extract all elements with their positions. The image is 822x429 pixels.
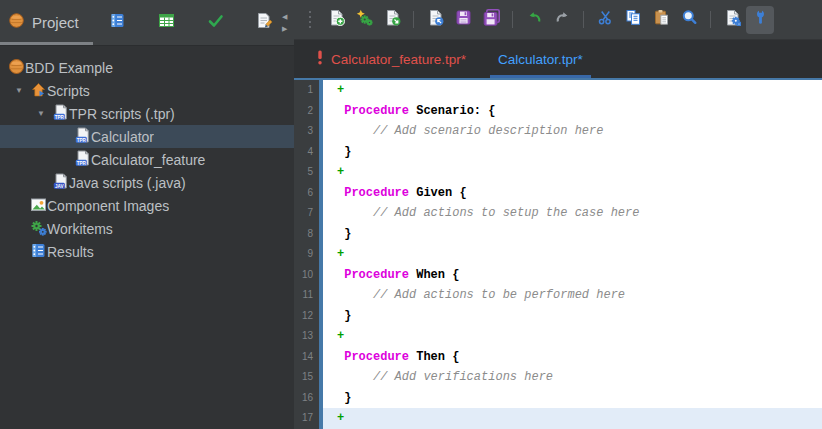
- collapse-left-icon[interactable]: ◀: [282, 13, 287, 20]
- tree-expand-arrow-icon[interactable]: ▼: [8, 79, 30, 102]
- code-segment-code: }: [337, 227, 351, 241]
- code-line[interactable]: Procedure Given {: [323, 183, 822, 204]
- tab-check-view[interactable]: [191, 0, 240, 45]
- code-line[interactable]: }: [323, 388, 822, 409]
- tree-item-label: TPR scripts (.tpr): [69, 106, 175, 122]
- cut-button[interactable]: [591, 6, 619, 34]
- code-segment-plus: +: [337, 411, 344, 425]
- line-number: 5: [294, 162, 319, 183]
- line-number: 1: [294, 80, 319, 101]
- notebook-icon: [109, 12, 126, 33]
- tree-expand-arrow-icon[interactable]: ▼: [30, 102, 52, 125]
- find-button[interactable]: [675, 6, 703, 34]
- tree-item-scripts[interactable]: ▼Scripts: [0, 79, 294, 102]
- code-segment-comment: // Add actions to be performed here: [337, 288, 625, 302]
- code-line[interactable]: +: [323, 326, 822, 347]
- line-number: 8: [294, 224, 319, 245]
- project-icon: [8, 12, 25, 33]
- tree-item-label: BDD Example: [25, 60, 113, 76]
- tree-item-label: Component Images: [47, 198, 169, 214]
- tree-item-calculator[interactable]: TPRCalculator: [0, 125, 294, 148]
- tree-item-label: Results: [47, 244, 94, 260]
- tree-item-java-scripts-java-[interactable]: JAVJava scripts (.java): [0, 171, 294, 194]
- code-line[interactable]: // Add verifications here: [323, 367, 822, 388]
- open-script-button[interactable]: [378, 6, 406, 34]
- script-editor-button[interactable]: [718, 6, 746, 34]
- tree-item-component-images[interactable]: Component Images: [0, 194, 294, 217]
- tab-table-view[interactable]: [142, 0, 191, 45]
- code-segment-keyword: Procedure: [344, 268, 409, 282]
- code-segment-keyword: Procedure: [344, 186, 409, 200]
- open-script-icon: [384, 9, 401, 30]
- redo-icon: [554, 9, 571, 30]
- collapse-right-icon[interactable]: ▶: [282, 25, 287, 32]
- line-number: 4: [294, 142, 319, 163]
- tab-project[interactable]: Project: [0, 0, 93, 45]
- undo-icon: [526, 9, 543, 30]
- copy-button[interactable]: [619, 6, 647, 34]
- code-segment-code: }: [337, 145, 351, 159]
- tree-item-label: Java scripts (.java): [69, 175, 186, 191]
- project-tree[interactable]: BDD Example▼Scripts▼TPRTPR scripts (.tpr…: [0, 46, 294, 429]
- table-icon: [158, 12, 175, 33]
- editor-tab-2[interactable]: Calculator.tpr*: [482, 40, 599, 78]
- editor-tab-bar: Calculator_feature.tpr*Calculator.tpr*: [294, 40, 822, 78]
- code-line[interactable]: // Add scenario description here: [323, 121, 822, 142]
- find-icon: [681, 9, 698, 30]
- new-script-icon: [328, 9, 345, 30]
- line-number: 12: [294, 306, 319, 327]
- tree-item-bdd-example[interactable]: BDD Example: [0, 56, 294, 79]
- code-line[interactable]: Procedure When {: [323, 265, 822, 286]
- splitter[interactable]: ◀ ▶: [282, 13, 287, 32]
- toolbar-separator: [413, 11, 414, 28]
- code-line[interactable]: }: [323, 306, 822, 327]
- tree-item-workitems[interactable]: Workitems: [0, 217, 294, 240]
- code-line[interactable]: Procedure Then {: [323, 347, 822, 368]
- code-line[interactable]: // Add actions to be performed here: [323, 285, 822, 306]
- editor-tab-1[interactable]: Calculator_feature.tpr*: [300, 40, 482, 78]
- code-line[interactable]: +: [323, 80, 822, 101]
- tree-item-tpr-scripts-tpr-[interactable]: ▼TPRTPR scripts (.tpr): [0, 102, 294, 125]
- tab-results-view[interactable]: [93, 0, 142, 45]
- paste-button[interactable]: [647, 6, 675, 34]
- redo-button[interactable]: [548, 6, 576, 34]
- line-number: 15: [294, 367, 319, 388]
- save-all-icon: [483, 9, 500, 30]
- editor-tab-label: Calculator_feature.tpr*: [331, 52, 466, 67]
- line-number: 6: [294, 183, 319, 204]
- undo-button[interactable]: [520, 6, 548, 34]
- new-script-button[interactable]: [322, 6, 350, 34]
- reopen-script-button[interactable]: [421, 6, 449, 34]
- code-line[interactable]: +: [323, 244, 822, 265]
- code-segment-keyword: Procedure: [344, 104, 409, 118]
- line-number: 3: [294, 121, 319, 142]
- edit-doc-icon: [256, 12, 273, 33]
- code-editor: 1234567891011121314151617 + Procedure Sc…: [294, 78, 822, 429]
- code-line[interactable]: +: [323, 162, 822, 183]
- code-line[interactable]: }: [323, 224, 822, 245]
- toolbar-drag-handle[interactable]: [307, 11, 313, 28]
- code-segment-code: }: [337, 391, 351, 405]
- tree-item-label: Workitems: [47, 221, 113, 237]
- code-line[interactable]: }: [323, 142, 822, 163]
- line-number: 17: [294, 408, 319, 429]
- save-all-button[interactable]: [477, 6, 505, 34]
- toolbar-separator: [583, 11, 584, 28]
- code-segment-comment: // Add verifications here: [337, 370, 553, 384]
- bdd-project-icon: [8, 58, 25, 78]
- record-script-button[interactable]: [350, 6, 378, 34]
- tree-item-results[interactable]: Results: [0, 240, 294, 263]
- svg-text:TPR: TPR: [55, 114, 65, 119]
- code-area[interactable]: + Procedure Scenario: { // Add scenario …: [323, 80, 822, 429]
- line-number: 16: [294, 388, 319, 409]
- tree-item-calculator-feature[interactable]: TPRCalculator_feature: [0, 148, 294, 171]
- code-segment-plus: +: [337, 329, 344, 343]
- toolbox-button[interactable]: [746, 6, 774, 34]
- tpr-file-icon: TPR: [74, 127, 91, 147]
- svg-text:JAV: JAV: [55, 183, 65, 188]
- code-line[interactable]: // Add actions to setup the case here: [323, 203, 822, 224]
- code-line[interactable]: +: [323, 408, 822, 429]
- line-number: 7: [294, 203, 319, 224]
- code-line[interactable]: Procedure Scenario: {: [323, 101, 822, 122]
- save-button[interactable]: [449, 6, 477, 34]
